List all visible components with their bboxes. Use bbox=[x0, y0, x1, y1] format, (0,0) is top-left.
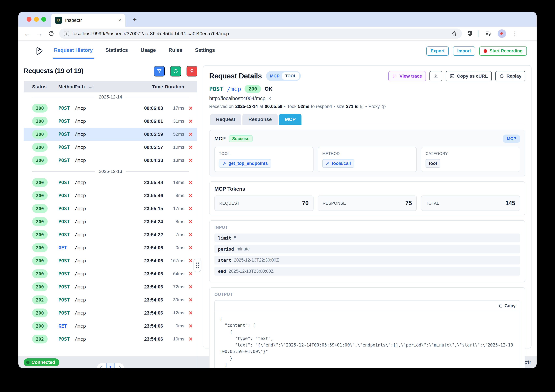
request-row[interactable]: 200POST/mcp23:54:0672ms× bbox=[24, 280, 197, 293]
tab-request[interactable]: Request bbox=[210, 114, 241, 125]
external-link-icon[interactable] bbox=[267, 96, 272, 101]
request-row[interactable]: 200POST/mcp23:54:227ms× bbox=[24, 228, 197, 241]
token-label: TOTAL bbox=[426, 201, 439, 206]
browser-tab[interactable]: Inspectr × bbox=[51, 14, 125, 27]
copy-output-button[interactable]: Copy bbox=[505, 303, 516, 308]
traffic-light-close[interactable] bbox=[27, 17, 31, 22]
traffic-light-minimize[interactable] bbox=[34, 17, 39, 22]
request-row[interactable]: 202POST/mcp23:54:0610ms× bbox=[24, 333, 197, 346]
delete-request-button[interactable]: × bbox=[186, 219, 195, 225]
details-tabs: RequestResponseMCP bbox=[209, 114, 525, 125]
output-code[interactable]: { "content": [ { "type": "text", "text":… bbox=[215, 311, 520, 368]
panel-resize-handle[interactable] bbox=[194, 259, 201, 272]
delete-request-button[interactable]: × bbox=[186, 105, 195, 111]
delete-request-button[interactable]: × bbox=[186, 206, 195, 212]
delete-request-button[interactable]: × bbox=[186, 118, 195, 124]
inspectr-logo-icon[interactable] bbox=[35, 47, 43, 55]
main-nav: Request HistoryStatisticsUsageRulesSetti… bbox=[54, 47, 215, 55]
request-row[interactable]: 200GET/mcp23:54:060ms× bbox=[24, 319, 197, 333]
url-text[interactable]: localhost:9999/#inspectr/370072aa-86e5-4… bbox=[73, 31, 448, 36]
request-row[interactable]: 200POST/mcp23:54:0664ms× bbox=[24, 267, 197, 280]
delete-request-button[interactable]: × bbox=[186, 284, 195, 290]
site-info-icon[interactable]: i bbox=[64, 31, 69, 36]
requests-list: 2025-12-14200POST/mcp00:06:0317ms×200POS… bbox=[24, 92, 197, 368]
delete-request-button[interactable]: × bbox=[186, 336, 195, 342]
column-resize-icon[interactable]: |↔| bbox=[88, 84, 93, 89]
time-label: 00:06:03 bbox=[135, 105, 163, 111]
duration-label: 10ms bbox=[163, 336, 186, 342]
request-row[interactable]: 200POST/mcp00:05:5710ms× bbox=[24, 141, 197, 154]
forward-button[interactable]: → bbox=[36, 30, 43, 37]
mcp-card-value[interactable]: tools/call bbox=[322, 159, 354, 168]
copy-icon[interactable] bbox=[498, 303, 503, 308]
browser-menu-icon[interactable]: ⋮ bbox=[512, 30, 518, 37]
request-row[interactable]: 200POST/mcp00:06:0317ms× bbox=[24, 102, 197, 115]
nav-item-usage[interactable]: Usage bbox=[141, 47, 156, 55]
traffic-light-zoom[interactable] bbox=[41, 17, 46, 22]
mcp-card-value[interactable]: get_top_endpoints bbox=[219, 159, 271, 168]
method-label: POST bbox=[58, 144, 74, 150]
input-key: end bbox=[218, 269, 226, 274]
delete-request-button[interactable]: × bbox=[186, 131, 195, 137]
request-row[interactable]: 200POST/mcp23:54:0612ms× bbox=[24, 306, 197, 319]
requests-table-header: Status Method Path |↔| Time Duration bbox=[24, 81, 197, 92]
view-trace-button[interactable]: View trace bbox=[388, 71, 426, 81]
nav-item-statistics[interactable]: Statistics bbox=[105, 47, 128, 55]
delete-request-button[interactable]: × bbox=[186, 144, 195, 150]
refresh-button[interactable] bbox=[170, 66, 181, 76]
mcp-card-value[interactable]: tool bbox=[425, 159, 440, 168]
tab-close-icon[interactable]: × bbox=[118, 17, 122, 23]
request-row[interactable]: 200POST/mcp23:54:248ms× bbox=[24, 215, 197, 228]
bookmark-star-icon[interactable] bbox=[451, 30, 457, 37]
reload-button[interactable] bbox=[48, 30, 54, 37]
request-row[interactable]: 200POST/mcp23:54:06167ms× bbox=[24, 254, 197, 267]
import-button[interactable]: Import bbox=[453, 46, 475, 56]
extensions-icon[interactable] bbox=[466, 30, 473, 37]
prev-page-button[interactable] bbox=[97, 363, 106, 368]
request-row[interactable]: 200POST/mcp23:55:1517ms× bbox=[24, 202, 197, 215]
delete-request-button[interactable]: × bbox=[186, 244, 195, 251]
tab-response[interactable]: Response bbox=[242, 114, 278, 125]
profile-avatar[interactable] bbox=[498, 29, 506, 38]
tab-mcp[interactable]: MCP bbox=[279, 114, 302, 125]
export-button[interactable]: Export bbox=[426, 46, 449, 56]
nav-item-request-history[interactable]: Request History bbox=[54, 47, 93, 55]
request-row[interactable]: 200POST/mcp00:05:5952ms× bbox=[24, 128, 197, 141]
delete-request-button[interactable]: × bbox=[186, 192, 195, 199]
replay-button[interactable]: Replay bbox=[495, 71, 525, 81]
nav-item-settings[interactable]: Settings bbox=[195, 47, 215, 55]
start-recording-button[interactable]: Start Recording bbox=[479, 46, 527, 56]
delete-request-button[interactable]: × bbox=[186, 271, 195, 277]
delete-request-button[interactable]: × bbox=[186, 179, 195, 185]
status-badge: 200 bbox=[32, 282, 48, 291]
download-button[interactable] bbox=[430, 71, 442, 81]
duration-label: 12ms bbox=[163, 310, 186, 316]
delete-request-button[interactable]: × bbox=[186, 231, 195, 238]
request-row[interactable]: 200POST/mcp23:55:469ms× bbox=[24, 189, 197, 202]
request-row[interactable]: 200POST/mcp00:06:0131ms× bbox=[24, 115, 197, 128]
time-label: 00:04:38 bbox=[135, 158, 163, 163]
request-row[interactable]: 200GET/mcp23:54:060ms× bbox=[24, 241, 197, 254]
request-row[interactable]: 200POST/mcp00:04:3813ms× bbox=[24, 154, 197, 167]
delete-request-button[interactable]: × bbox=[186, 310, 195, 316]
nav-item-rules[interactable]: Rules bbox=[168, 47, 182, 55]
delete-request-button[interactable]: × bbox=[186, 297, 195, 303]
proxy-info-icon[interactable] bbox=[381, 104, 386, 109]
filter-button[interactable] bbox=[154, 66, 165, 76]
mcp-type-badge: MCP bbox=[503, 134, 520, 143]
address-bar[interactable]: i localhost:9999/#inspectr/370072aa-86e5… bbox=[59, 29, 462, 39]
next-page-button[interactable] bbox=[115, 363, 124, 368]
back-button[interactable]: ← bbox=[24, 30, 30, 37]
size-doc-icon[interactable] bbox=[359, 104, 364, 109]
request-row[interactable]: 200POST/mcp23:55:4819ms× bbox=[24, 176, 197, 189]
new-tab-button[interactable]: + bbox=[132, 15, 137, 23]
delete-all-button[interactable] bbox=[187, 66, 197, 76]
copy-as-curl-button[interactable]: Copy as cURL bbox=[446, 71, 492, 81]
mcp-card-method: METHODtools/call bbox=[318, 147, 417, 172]
delete-request-button[interactable]: × bbox=[186, 157, 195, 163]
request-row[interactable]: 202POST/mcp23:54:0639ms× bbox=[24, 293, 197, 306]
delete-request-button[interactable]: × bbox=[186, 323, 195, 329]
duration-label: 167ms bbox=[163, 258, 186, 263]
media-controls-icon[interactable] bbox=[485, 30, 492, 37]
current-page[interactable]: 1 bbox=[106, 363, 115, 368]
